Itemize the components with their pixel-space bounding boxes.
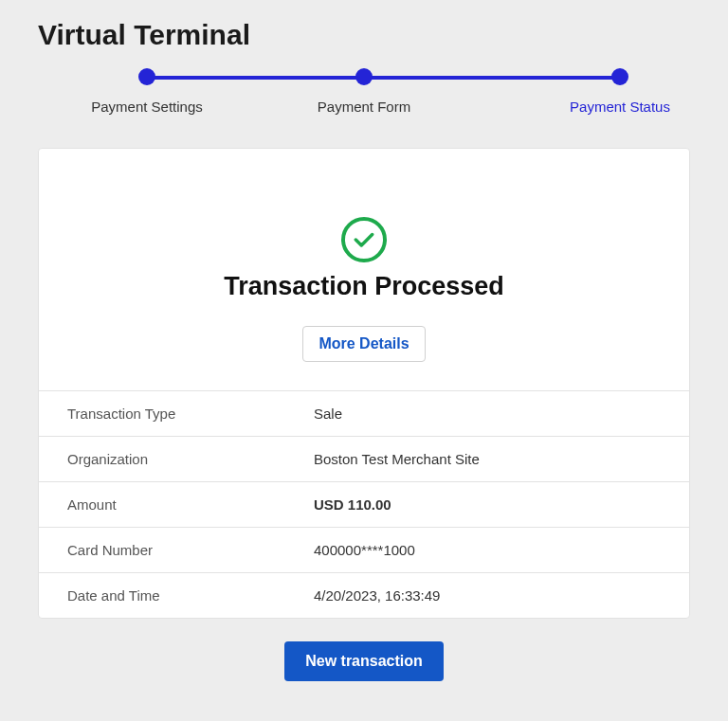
- detail-label: Date and Time: [67, 587, 314, 604]
- status-heading: Transaction Processed: [58, 272, 670, 301]
- step-payment-form[interactable]: Payment Form: [288, 68, 440, 115]
- detail-label: Transaction Type: [67, 406, 314, 422]
- page-title: Virtual Terminal: [0, 0, 728, 64]
- step-dot-icon: [611, 68, 628, 85]
- new-transaction-button[interactable]: New transaction: [284, 641, 444, 681]
- more-details-button[interactable]: More Details: [302, 326, 425, 362]
- detail-row-date-time: Date and Time 4/20/2023, 16:33:49: [39, 573, 689, 618]
- footer: New transaction: [38, 641, 690, 681]
- step-payment-settings[interactable]: Payment Settings: [71, 68, 223, 115]
- detail-row-transaction-type: Transaction Type Sale: [39, 391, 689, 437]
- step-dot-icon: [355, 68, 373, 85]
- step-label: Payment Settings: [91, 99, 203, 115]
- detail-value: USD 110.00: [314, 496, 391, 513]
- detail-row-amount: Amount USD 110.00: [39, 482, 689, 528]
- status-card: Transaction Processed More Details Trans…: [38, 148, 690, 619]
- detail-label: Organization: [67, 451, 314, 467]
- detail-row-card-number: Card Number 400000****1000: [39, 528, 689, 573]
- step-label: Payment Form: [318, 99, 410, 115]
- detail-label: Card Number: [67, 542, 314, 558]
- detail-value: 4/20/2023, 16:33:49: [314, 587, 440, 604]
- detail-value: Boston Test Merchant Site: [314, 451, 480, 467]
- progress-stepper: Payment Settings Payment Form Payment St…: [38, 68, 690, 125]
- detail-value: 400000****1000: [314, 542, 415, 558]
- detail-label: Amount: [67, 496, 314, 513]
- detail-row-organization: Organization Boston Test Merchant Site: [39, 437, 689, 482]
- detail-value: Sale: [314, 406, 342, 422]
- status-block: Transaction Processed More Details: [39, 149, 689, 391]
- step-payment-status[interactable]: Payment Status: [544, 68, 696, 115]
- step-label: Payment Status: [570, 99, 670, 115]
- success-check-icon: [341, 217, 387, 262]
- step-dot-icon: [138, 68, 155, 85]
